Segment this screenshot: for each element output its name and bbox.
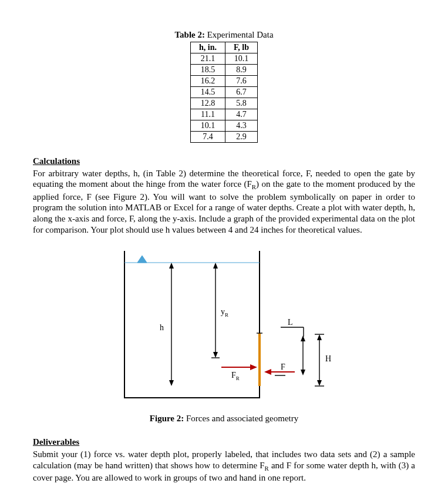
cell-h: 11.1 [191,109,225,120]
f-arrowhead [264,369,271,375]
f-label: F [281,363,285,371]
cell-h: 7.4 [191,131,225,142]
cell-f: 10.1 [225,53,258,64]
f-pos-arrow-bottom [301,370,305,375]
cell-f: 6.7 [225,86,258,98]
cell-f: 5.8 [225,98,258,109]
calculations-paragraph: For arbitrary water depths, h, (in Table… [33,168,415,236]
table-title-bold: Table 2: [174,30,205,39]
free-surface-icon [137,256,147,263]
table-title: Table 2: Experimental Data [33,29,415,41]
cell-h: 12.8 [191,98,225,109]
cell-f: 4.7 [225,109,258,120]
table-row: 18.58.9 [191,64,258,75]
table-row: 10.14.3 [191,120,258,131]
yr-arrowhead-top [213,263,218,269]
cell-h: 14.5 [191,86,225,98]
h-arrowhead-bottom [169,380,174,386]
deliverables-heading: Deliverables [33,437,415,448]
table-title-rest: Experimental Data [205,30,274,39]
table-row: 16.27.6 [191,75,258,86]
col-header-h: h, in. [191,42,225,53]
deliv-text-sub: R [265,465,269,472]
deliverables-paragraph: Submit your (1) force vs. water depth pl… [33,449,415,484]
table-2-block: Table 2: Experimental Data h, in. F, lb … [33,29,415,143]
cell-f: 7.6 [225,75,258,86]
table-row: 14.56.7 [191,86,258,98]
col-header-f: F, lb [225,42,258,53]
calculations-heading: Calculations [33,156,415,167]
cell-f: 4.3 [225,120,258,131]
experimental-data-table: h, in. F, lb 21.110.118.58.916.27.614.56… [190,42,258,143]
h-cap-arrow-bottom [317,380,322,386]
cell-h: 18.5 [191,64,225,75]
yr-arrowhead-bottom [213,352,218,358]
table-row: 7.42.9 [191,131,258,142]
yr-label: yR [221,307,228,318]
h-cap-label: H [325,354,331,363]
figure-caption: Figure 2: Forces and associated geometry [33,413,415,424]
table-row: 12.85.8 [191,98,258,109]
fr-arrowhead [250,364,257,370]
f-pos-arrow-top [301,335,305,341]
cell-f: 8.9 [225,64,258,75]
h-cap-arrow-top [317,334,322,340]
calc-text-sub: R [252,183,256,190]
l-label: L [288,318,293,327]
figure-2-diagram: h yR FR L F H [101,245,348,410]
table-row: 11.14.7 [191,109,258,120]
h-arrowhead-top [169,263,174,269]
figure-2-block: h yR FR L F H Figure 2: F [33,245,415,424]
cell-f: 2.9 [225,131,258,142]
figure-caption-bold: Figure 2: [150,414,184,423]
cell-h: 10.1 [191,120,225,131]
fr-label: FR [231,371,240,381]
table-row: 21.110.1 [191,53,258,64]
cell-h: 21.1 [191,53,225,64]
figure-caption-rest: Forces and associated geometry [184,414,298,423]
cell-h: 16.2 [191,75,225,86]
h-label: h [160,323,164,332]
